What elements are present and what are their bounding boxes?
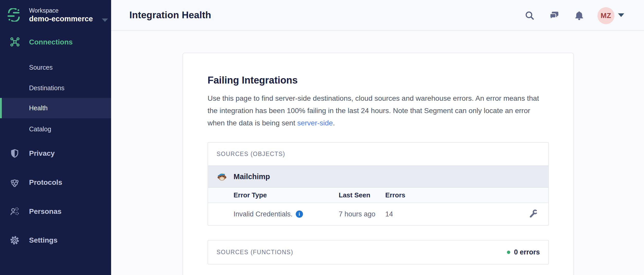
column-last-seen: Last Seen xyxy=(339,191,385,199)
gear-icon xyxy=(10,235,20,245)
info-glyph: i xyxy=(299,211,300,217)
column-errors: Errors xyxy=(385,191,548,199)
sidebar-item-sources[interactable]: Sources xyxy=(0,57,111,78)
source-name: Mailchimp xyxy=(234,172,270,181)
sidebar: Workspace demo-ecommerce Connections Sou… xyxy=(0,0,111,275)
info-circle-icon[interactable]: i xyxy=(296,210,303,218)
sidebar-item-label: Connections xyxy=(29,38,73,46)
error-row: Invalid Credentials. i 7 hours ago 14 xyxy=(208,203,548,225)
workspace-label: Workspace xyxy=(29,7,93,14)
card-heading: Failing Integrations xyxy=(208,74,549,86)
sidebar-item-protocols[interactable]: Protocols xyxy=(0,172,111,193)
active-indicator-bar xyxy=(0,98,2,118)
bell-icon xyxy=(574,10,585,21)
description-text: Use this page to find server-side destin… xyxy=(208,94,539,127)
avatar[interactable]: MZ xyxy=(597,7,614,24)
sidebar-item-destinations[interactable]: Destinations xyxy=(0,78,111,98)
sidebar-item-catalog[interactable]: Catalog xyxy=(0,119,111,139)
page-title: Integration Health xyxy=(129,0,211,30)
sidebar-item-label: Sources xyxy=(29,64,53,71)
column-error-type: Error Type xyxy=(234,191,339,199)
sources-objects-label: SOURCES (OBJECTS) xyxy=(217,151,285,158)
sidebar-item-label: Catalog xyxy=(29,125,51,133)
sources-functions-label: SOURCES (FUNCTIONS) xyxy=(217,249,293,256)
source-row-mailchimp[interactable]: Mailchimp xyxy=(208,166,548,188)
sources-functions-box[interactable]: SOURCES (FUNCTIONS) 0 errors xyxy=(208,240,549,264)
sidebar-item-health[interactable]: Health xyxy=(0,98,111,118)
functions-errors-count: 0 errors xyxy=(514,248,540,256)
sidebar-item-label: Personas xyxy=(29,207,61,216)
errors-count-value: 14 xyxy=(385,210,528,218)
sidebar-item-label: Settings xyxy=(29,236,57,244)
card-description: Use this page to find server-side destin… xyxy=(208,92,549,129)
sidebar-item-personas[interactable]: Personas xyxy=(0,201,111,222)
mailchimp-logo-icon xyxy=(217,171,227,182)
magnifier-icon xyxy=(524,10,535,21)
workspace-switcher[interactable]: Workspace demo-ecommerce xyxy=(7,6,105,24)
sidebar-item-label: Health xyxy=(29,104,48,112)
last-seen-value: 7 hours ago xyxy=(339,210,385,218)
notifications-button[interactable] xyxy=(573,10,585,22)
nodes-check-icon xyxy=(10,178,20,187)
sidebar-item-connections[interactable]: Connections xyxy=(0,32,111,52)
wrench-icon xyxy=(529,209,538,219)
status-ok-dot-icon xyxy=(507,251,510,254)
sidebar-item-label: Destinations xyxy=(29,84,65,92)
sidebar-item-label: Protocols xyxy=(29,178,62,187)
chat-button[interactable] xyxy=(548,10,561,22)
failing-integrations-card: Failing Integrations Use this page to fi… xyxy=(183,53,574,275)
person-gear-icon xyxy=(10,207,20,216)
sources-objects-table: SOURCES (OBJECTS) Mailchimp xyxy=(208,142,549,226)
server-side-link[interactable]: server-side xyxy=(297,119,333,127)
table-column-headers: Error Type Last Seen Errors xyxy=(208,188,548,203)
sidebar-item-settings[interactable]: Settings xyxy=(0,230,111,251)
search-button[interactable] xyxy=(524,10,536,22)
fix-error-button[interactable] xyxy=(528,209,539,219)
user-menu-chevron-down-icon[interactable] xyxy=(618,13,624,17)
workspace-chevron-down-icon[interactable] xyxy=(102,19,108,22)
sidebar-item-label: Privacy xyxy=(29,149,55,158)
workspace-name: demo-ecommerce xyxy=(29,14,93,23)
description-period: . xyxy=(333,119,335,127)
sidebar-item-privacy[interactable]: Privacy xyxy=(0,143,111,164)
error-type-value: Invalid Credentials. xyxy=(234,210,293,218)
avatar-initials: MZ xyxy=(601,12,611,20)
speech-bubbles-icon xyxy=(549,10,560,21)
network-nodes-icon xyxy=(10,37,20,47)
top-bar: Integration Health MZ xyxy=(111,0,644,31)
main-content: Failing Integrations Use this page to fi… xyxy=(111,31,644,275)
shield-icon xyxy=(10,149,20,158)
table-section-header: SOURCES (OBJECTS) xyxy=(208,143,548,166)
segment-logo-icon xyxy=(7,8,21,22)
